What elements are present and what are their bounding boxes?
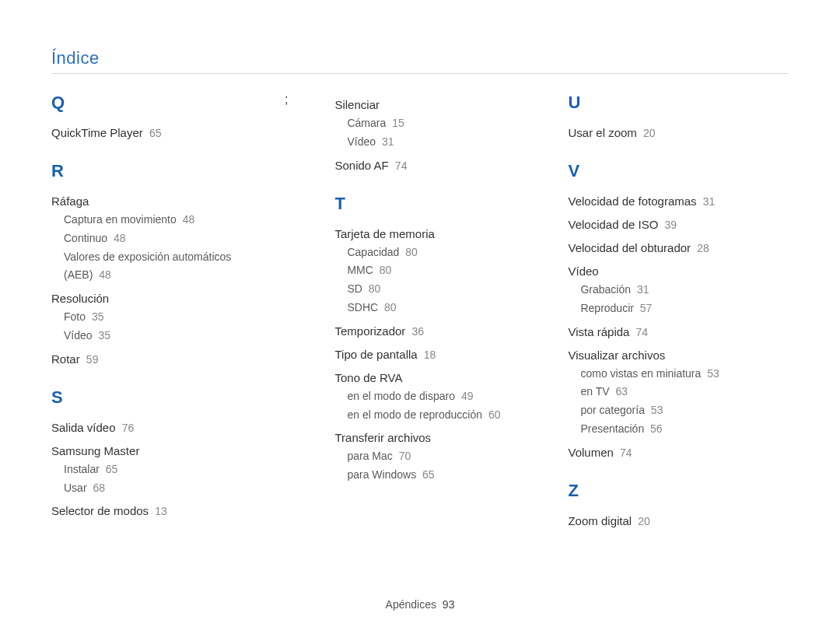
page-title: Índice: [51, 48, 789, 68]
entry-vel-obturador[interactable]: Velocidad del obturador 28: [568, 239, 762, 257]
entry-selector-modos[interactable]: Selector de modos 13: [51, 502, 238, 520]
subentry-label: en el modo de reproducción: [347, 408, 482, 421]
entry-salida-video[interactable]: Salida vídeo 76: [51, 419, 238, 437]
entry-page: 76: [122, 422, 135, 434]
subentry-page: 31: [637, 283, 649, 296]
entry-label: Samsung Master: [51, 444, 139, 457]
subentry-resolucion-video[interactable]: Vídeo 35: [64, 327, 238, 345]
subentry-label: SD: [347, 282, 362, 295]
subentry-video-grabacion[interactable]: Grabación 31: [580, 281, 762, 299]
subentry-label: para Mac: [347, 450, 392, 462]
subentry-label: como vistas en miniatura: [580, 367, 701, 380]
letter-t: T: [334, 194, 521, 214]
entry-samsung-master: Samsung Master: [51, 442, 238, 461]
entry-rotar[interactable]: Rotar 59: [51, 350, 238, 369]
entry-vel-iso[interactable]: Velocidad de ISO 39: [568, 215, 762, 234]
subentry-visualizar-presentacion[interactable]: Presentación 56: [580, 420, 762, 439]
subentry-visualizar-categoria[interactable]: por categoría 53: [580, 401, 762, 420]
entry-page: 74: [620, 447, 632, 459]
subentry-label: Vídeo: [347, 135, 376, 148]
entry-label: Visualizar archivos: [568, 349, 665, 362]
subentry-page: 35: [98, 329, 110, 342]
subentry-tarjeta-sdhc[interactable]: SDHC 80: [347, 299, 521, 317]
subentry-page: 80: [380, 264, 392, 276]
subentry-tarjeta-sd[interactable]: SD 80: [347, 280, 521, 299]
entry-label: Vídeo: [568, 264, 598, 278]
entry-page: 31: [703, 195, 716, 208]
subentry-page: 35: [92, 310, 104, 323]
subentry-label: Instalar: [64, 463, 100, 475]
entry-sonido-af[interactable]: Sonido AF 74: [334, 156, 521, 175]
subentry-visualizar-miniatura[interactable]: como vistas en miniatura 53: [580, 365, 762, 384]
entry-tipo-pantalla[interactable]: Tipo de pantalla 18: [334, 345, 521, 364]
subentry-resolucion-foto[interactable]: Foto 35: [64, 308, 238, 327]
entry-page: 18: [424, 349, 436, 361]
letter-u: U: [568, 93, 762, 113]
footer-label: Apéndices: [386, 598, 436, 611]
subentry-page: 80: [384, 301, 397, 313]
subentry-rafaga-captura[interactable]: Captura en movimiento 48: [64, 211, 238, 229]
subentry-label: Valores de exposición automáticos (AEB): [64, 250, 231, 282]
subentry-label: Capacidad: [347, 246, 399, 258]
subentry-tarjeta-mmc[interactable]: MMC 80: [347, 261, 521, 280]
subentry-rafaga-continuo[interactable]: Continuo 48: [64, 229, 238, 248]
entry-label: Velocidad del obturador: [568, 241, 691, 254]
entry-label: Temporizador: [334, 324, 405, 338]
entry-temporizador[interactable]: Temporizador 36: [334, 322, 521, 341]
entry-visualizar: Visualizar archivos: [568, 346, 762, 365]
letter-s: S: [51, 387, 238, 408]
entry-page: 36: [412, 325, 425, 338]
subentry-silenciar-camara[interactable]: Cámara 15: [347, 114, 521, 133]
entry-label: Resolución: [51, 292, 109, 305]
entry-quicktime[interactable]: QuickTime Player 65: [51, 124, 238, 142]
subentry-label: Cámara: [347, 117, 386, 129]
subentry-video-reproducir[interactable]: Reproducir 57: [580, 299, 762, 318]
subentry-label: MMC: [347, 264, 373, 276]
subentry-page: 68: [93, 482, 105, 494]
subentry-samsung-usar[interactable]: Usar 68: [64, 479, 238, 498]
entry-label: Volumen: [568, 446, 613, 459]
subentry-page: 65: [422, 468, 435, 481]
entry-vista-rapida[interactable]: Vista rápida 74: [568, 323, 762, 342]
column-1: Q QuickTime Player 65 R Ráfaga Captura e…: [51, 93, 238, 531]
entry-usar-zoom[interactable]: Usar el zoom 20: [568, 124, 762, 142]
subentry-samsung-instalar[interactable]: Instalar 65: [64, 461, 238, 479]
entry-page: 39: [665, 219, 677, 231]
entry-silenciar: Silenciar: [334, 96, 521, 114]
entry-vel-fotogramas[interactable]: Velocidad de fotogramas 31: [568, 192, 762, 211]
entry-volumen[interactable]: Volumen 74: [568, 443, 762, 462]
subentry-tarjeta-capacidad[interactable]: Capacidad 80: [347, 243, 521, 262]
subentry-tono-disparo[interactable]: en el modo de disparo 49: [347, 387, 521, 406]
subentry-page: 15: [392, 117, 404, 129]
subentry-page: 49: [461, 390, 474, 402]
entry-label: Tono de RVA: [334, 371, 402, 384]
subentry-transferir-windows[interactable]: para Windows 65: [347, 466, 521, 485]
subentry-page: 57: [640, 302, 653, 314]
subentry-page: 48: [183, 213, 195, 226]
entry-transferir: Transferir archivos: [334, 429, 521, 447]
entry-label: Velocidad de ISO: [568, 218, 658, 231]
subentry-page: 56: [650, 422, 663, 435]
subentry-silenciar-video[interactable]: Vídeo 31: [347, 133, 521, 152]
subentry-label: Usar: [64, 482, 87, 494]
subentry-page: 48: [99, 268, 111, 281]
entry-page: 20: [643, 127, 656, 139]
subentry-page: 65: [106, 463, 118, 475]
subentry-visualizar-tv[interactable]: en TV 63: [580, 383, 762, 401]
subentry-label: Reproducir: [580, 302, 633, 314]
entry-label: Salida vídeo: [51, 421, 116, 434]
entry-video: Vídeo: [568, 262, 762, 281]
entry-label: Velocidad de fotogramas: [568, 194, 696, 208]
entry-rafaga: Ráfaga: [51, 192, 238, 211]
entry-label: Usar el zoom: [568, 126, 636, 139]
subentry-tono-reproduccion[interactable]: en el modo de reproducción 60: [347, 406, 521, 425]
letter-z: Z: [568, 481, 762, 501]
subentry-page: 31: [382, 135, 394, 148]
title-rule: [51, 73, 789, 74]
entry-page: 74: [636, 326, 649, 338]
subentry-label: Captura en movimiento: [64, 213, 177, 226]
entry-label: Silenciar: [334, 98, 380, 111]
subentry-transferir-mac[interactable]: para Mac 70: [347, 447, 521, 466]
entry-zoom-digital[interactable]: Zoom digital 20: [568, 512, 762, 531]
subentry-rafaga-aeb[interactable]: Valores de exposición automáticos (AEB) …: [64, 248, 238, 285]
